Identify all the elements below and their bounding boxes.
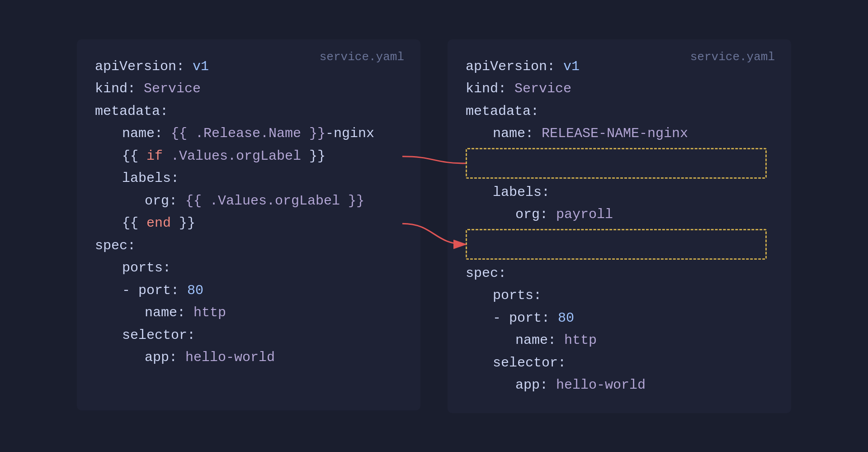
left-line-2: kind: Service: [95, 78, 402, 100]
left-filename: service.yaml: [320, 50, 404, 64]
right-line-name-http: name: http: [466, 329, 773, 352]
right-line-spec: spec:: [466, 262, 773, 285]
right-line-name: name: RELEASE-NAME-nginx: [466, 123, 773, 145]
main-container: service.yaml apiVersion: v1 kind: Servic…: [59, 21, 809, 431]
right-code-panel: service.yaml apiVersion: v1 kind: Servic…: [448, 39, 791, 413]
left-code-panel: service.yaml apiVersion: v1 kind: Servic…: [77, 39, 420, 410]
right-filename: service.yaml: [690, 50, 775, 64]
left-line-spec: spec:: [95, 235, 402, 257]
left-line-app: app: hello-world: [95, 347, 402, 369]
left-line-end: {{ end }}: [95, 212, 402, 235]
right-line-labels: labels:: [466, 181, 773, 204]
right-line-selector: selector:: [466, 352, 773, 375]
right-line-port-val: - port: 80: [466, 307, 773, 330]
left-line-3: metadata:: [95, 100, 402, 123]
left-line-name-http: name: http: [95, 302, 402, 324]
panels-wrapper: service.yaml apiVersion: v1 kind: Servic…: [77, 39, 791, 413]
right-line-org: org: payroll: [466, 204, 773, 226]
right-line-app: app: hello-world: [466, 374, 773, 397]
left-line-org: org: {{ .Values.orgLabel }}: [95, 190, 402, 213]
right-code-block: apiVersion: v1 kind: Service metadata: n…: [466, 56, 773, 397]
right-line-3: metadata:: [466, 100, 773, 123]
left-line-ports: ports:: [95, 257, 402, 280]
left-line-selector: selector:: [95, 324, 402, 347]
left-line-if: {{ if .Values.orgLabel }}: [95, 145, 402, 168]
left-line-port-val: - port: 80: [95, 280, 402, 302]
right-dashed-box-1: [466, 148, 773, 179]
right-line-ports: ports:: [466, 285, 773, 307]
right-line-2: kind: Service: [466, 78, 773, 100]
left-code-block: apiVersion: v1 kind: Service metadata: n…: [95, 56, 402, 369]
left-line-labels: labels:: [95, 167, 402, 190]
left-line-4: name: {{ .Release.Name }}-nginx: [95, 123, 402, 145]
right-dashed-box-2: [466, 229, 773, 260]
